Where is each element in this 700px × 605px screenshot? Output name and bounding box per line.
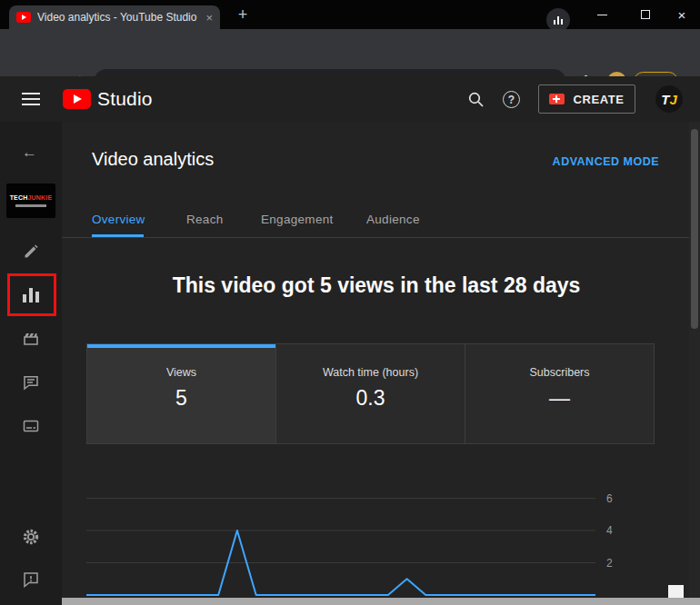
scrollbar-corner[interactable] [668, 585, 684, 598]
tab-engagement[interactable]: Engagement [261, 213, 334, 226]
horizontal-scrollbar[interactable] [62, 598, 700, 605]
svg-text:2: 2 [606, 557, 613, 570]
avatar-letter: J [669, 92, 676, 107]
browser-window: Video analytics - YouTube Studio × + × ←… [0, 0, 700, 605]
advanced-mode-link[interactable]: ADVANCED MODE [553, 155, 659, 168]
minimize-button[interactable] [584, 0, 620, 29]
gear-icon [22, 528, 40, 546]
settings-button[interactable] [0, 519, 62, 555]
youtube-logo[interactable] [63, 89, 91, 109]
youtube-favicon-icon [16, 12, 31, 23]
tab-close-icon[interactable]: × [205, 11, 213, 25]
metric-value: — [549, 386, 570, 411]
metric-cards: Views 5 Watch time (hours) 0.3 Subscribe… [86, 343, 655, 444]
tab-reach[interactable]: Reach [186, 213, 224, 226]
feedback-icon [23, 571, 39, 588]
help-icon[interactable]: ? [503, 91, 520, 108]
browser-tab[interactable]: Video analytics - YouTube Studio × [9, 5, 220, 29]
divider [62, 237, 691, 238]
sidebar-item-comments[interactable] [0, 364, 62, 401]
metric-label: Subscribers [530, 366, 590, 379]
metric-value: 5 [175, 386, 187, 411]
metric-label: Watch time (hours) [323, 366, 418, 379]
sidebar-item-details[interactable] [0, 233, 62, 270]
avatar-letter: T [661, 92, 669, 107]
sidebar-back-arrow[interactable]: ← [22, 144, 37, 162]
metric-value: 0.3 [356, 386, 385, 411]
views-summary-headline: This video got 5 views in the last 28 da… [62, 273, 691, 298]
page-title: Video analytics [92, 149, 214, 170]
create-video-icon [549, 94, 565, 104]
create-label: CREATE [573, 93, 624, 106]
channel-name: TECHJUNKIE [10, 194, 53, 201]
search-icon[interactable] [467, 91, 485, 112]
svg-text:4: 4 [606, 524, 613, 537]
analytics-content: Video analytics ADVANCED MODE Overview R… [62, 122, 691, 605]
menu-icon[interactable] [22, 93, 40, 109]
tab-audience[interactable]: Audience [366, 213, 420, 226]
comment-icon [23, 374, 39, 391]
channel-thumbnail[interactable]: TECHJUNKIE [6, 183, 55, 218]
tab-title: Video analytics - YouTube Studio [37, 11, 199, 24]
clapperboard-icon [23, 331, 39, 347]
feedback-button[interactable] [0, 561, 62, 598]
views-line-chart: 246 [86, 454, 632, 605]
maximize-button[interactable] [627, 0, 664, 29]
annotation-highlight-box [7, 273, 56, 316]
metric-card-views[interactable]: Views 5 [87, 344, 275, 443]
media-equalizer-icon [554, 20, 555, 25]
metric-label: Views [166, 366, 196, 379]
svg-text:6: 6 [606, 492, 613, 505]
tab-overview[interactable]: Overview [92, 213, 145, 226]
vertical-scrollbar-thumb[interactable] [691, 129, 698, 329]
account-avatar[interactable]: TJ [655, 85, 683, 113]
window-close-button[interactable]: × [664, 0, 700, 29]
metric-card-subscribers[interactable]: Subscribers — [465, 344, 654, 443]
browser-toolbar: ← → studio.youtube.com/video/dhDREVmecTg… [0, 29, 700, 76]
new-tab-button[interactable]: + [233, 5, 253, 25]
metric-card-watch-time[interactable]: Watch time (hours) 0.3 [275, 344, 465, 443]
minimize-icon [597, 15, 607, 15]
sidebar-item-subtitles[interactable] [0, 408, 62, 444]
captions-icon [23, 418, 39, 434]
maximize-icon [641, 10, 650, 19]
create-button[interactable]: CREATE [538, 84, 635, 114]
channel-tagline [15, 204, 46, 207]
sidebar-item-editor[interactable] [0, 321, 62, 357]
window-titlebar: Video analytics - YouTube Studio × + × [0, 0, 700, 29]
studio-wordmark[interactable]: Studio [97, 88, 153, 110]
pencil-icon [23, 243, 39, 260]
